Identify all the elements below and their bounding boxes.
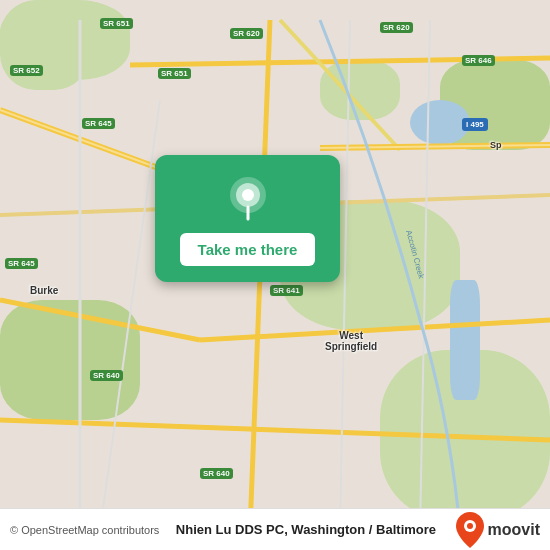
road-label-sr645-left: SR 645 [82, 118, 115, 129]
road-label-sr640-bottom: SR 640 [200, 468, 233, 479]
road-label-sr646: SR 646 [462, 55, 495, 66]
road-label-sr620-top: SR 620 [230, 28, 263, 39]
road-label-unknown: SR 641 [270, 285, 303, 296]
road-label-sr620-right: SR 620 [380, 22, 413, 33]
location-pin-icon [224, 175, 272, 223]
svg-point-17 [242, 189, 254, 201]
svg-line-3 [280, 20, 400, 150]
road-label-sr652: SR 652 [10, 65, 43, 76]
svg-line-8 [0, 300, 200, 340]
place-label-burke: Burke [30, 285, 58, 296]
svg-point-19 [467, 523, 473, 529]
attribution-text: © OpenStreetMap contributors [10, 524, 159, 536]
road-label-sr640-left: SR 640 [90, 370, 123, 381]
take-me-there-button[interactable]: Take me there [180, 233, 316, 266]
moovit-brand-icon [456, 512, 484, 548]
place-name: Nhien Lu DDS PC, Washington / Baltimore [176, 522, 436, 537]
road-label-i495: I 495 [462, 118, 488, 131]
place-label-west-springfield: WestSpringfield [325, 330, 377, 352]
road-label-sr651-top: SR 651 [100, 18, 133, 29]
footer: © OpenStreetMap contributors Nhien Lu DD… [0, 508, 550, 550]
moovit-logo: moovit [456, 512, 540, 548]
road-label-sr645-bottom: SR 645 [5, 258, 38, 269]
svg-line-10 [0, 420, 550, 440]
popup-card: Take me there [155, 155, 340, 282]
road-label-sr651-mid: SR 651 [158, 68, 191, 79]
svg-line-12 [100, 100, 160, 530]
footer-left: © OpenStreetMap contributors Nhien Lu DD… [10, 521, 436, 539]
moovit-text: moovit [488, 521, 540, 539]
map-container: SR 651 SR 652 SR 620 SR 620 SR 651 SR 64… [0, 0, 550, 550]
place-label-sp: Sp [490, 140, 502, 150]
